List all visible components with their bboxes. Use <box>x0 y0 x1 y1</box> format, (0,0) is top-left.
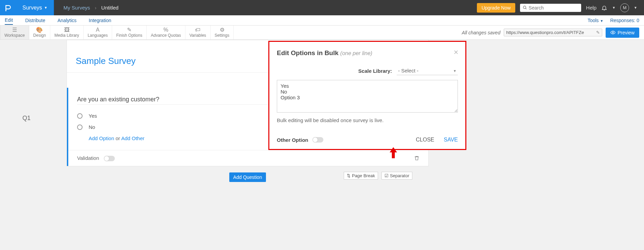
svg-point-2 <box>612 32 614 33</box>
survey-url-input[interactable] <box>506 30 595 35</box>
caret-down-icon: ▼ <box>600 19 603 23</box>
scale-library-label: Scale Library: <box>358 68 392 74</box>
separator-button[interactable]: ☑Separator <box>381 172 412 180</box>
breadcrumb-current: Untitled <box>101 5 119 11</box>
add-option-link[interactable]: Add Option <box>89 135 114 141</box>
option-label: No <box>89 124 95 130</box>
caret-down-icon: ▼ <box>44 6 48 10</box>
breadcrumb: My Surveys › Untitled <box>54 5 119 11</box>
tool-design[interactable]: 🎨 Design <box>29 26 50 39</box>
survey-url-box: ✎ <box>504 29 602 36</box>
tool-settings[interactable]: ⚙ Settings <box>211 26 234 39</box>
validation-toggle[interactable] <box>104 156 115 161</box>
wand-icon: ✎ <box>127 27 131 33</box>
saved-status: All changes saved <box>462 30 501 35</box>
bell-icon[interactable] <box>601 5 607 11</box>
radio-icon[interactable] <box>77 113 83 119</box>
tool-workspace[interactable]: ☰ Workspace <box>0 26 29 39</box>
question-number-label: Q1 <box>22 115 31 122</box>
bulk-edit-modal: Edit Options in Bulk (one per line) ✕ Sc… <box>268 41 466 150</box>
checkbox-icon: ☑ <box>384 173 389 178</box>
modal-title: Edit Options in Bulk (one per line) <box>277 49 372 56</box>
breadcrumb-separator: › <box>95 5 96 11</box>
tab-integration[interactable]: Integration <box>89 16 111 24</box>
radio-icon[interactable] <box>77 124 83 130</box>
quota-icon: % <box>163 27 168 33</box>
tab-distribute[interactable]: Distribute <box>25 16 45 24</box>
surveys-dropdown[interactable]: Surveys ▼ <box>16 0 54 15</box>
modal-close-button[interactable]: CLOSE <box>416 137 434 143</box>
sub-nav: Edit Distribute Analytics Integration To… <box>0 15 644 26</box>
add-other-link[interactable]: Add Other <box>121 135 144 141</box>
eye-icon <box>610 30 615 35</box>
search-icon <box>523 5 527 10</box>
tool-media[interactable]: 🖼 Media Library <box>50 26 84 39</box>
pencil-icon[interactable]: ✎ <box>596 30 600 35</box>
avatar[interactable]: M <box>620 3 629 12</box>
tab-analytics[interactable]: Analytics <box>57 16 76 24</box>
svg-line-1 <box>525 8 526 9</box>
top-header: Surveys ▼ My Surveys › Untitled Upgrade … <box>0 0 644 15</box>
toolbar-row: ☰ Workspace 🎨 Design 🖼 Media Library A L… <box>0 26 644 40</box>
upgrade-button[interactable]: Upgrade Now <box>477 3 516 13</box>
close-icon[interactable]: ✕ <box>453 49 459 56</box>
surveys-label: Surveys <box>22 5 42 11</box>
svg-point-0 <box>523 6 526 9</box>
arrow-up-icon <box>389 147 398 159</box>
validation-label: Validation <box>77 155 99 161</box>
notif-caret-icon[interactable]: ▼ <box>612 6 615 10</box>
workspace-icon: ☰ <box>12 27 17 33</box>
bulk-disable-message: Bulk editing will be disabled once surve… <box>277 117 458 123</box>
page-break-icon: ⇅ <box>347 173 351 178</box>
other-option-toggle[interactable] <box>312 137 323 143</box>
other-option-label: Other Option <box>277 137 308 143</box>
caret-down-icon: ▼ <box>453 69 457 73</box>
tools-dropdown[interactable]: Tools ▼ <box>588 18 603 23</box>
help-link[interactable]: Help <box>586 5 596 11</box>
option-label: Yes <box>89 113 97 119</box>
tool-languages[interactable]: A Languages <box>84 26 112 39</box>
gear-icon: ⚙ <box>220 27 225 33</box>
breadcrumb-my-surveys[interactable]: My Surveys <box>64 5 90 11</box>
search-box[interactable] <box>520 4 581 12</box>
tool-variables[interactable]: 🏷 Variables <box>185 26 211 39</box>
tab-edit[interactable]: Edit <box>5 16 13 25</box>
preview-button[interactable]: Preview <box>606 28 639 38</box>
palette-icon: 🎨 <box>36 27 43 33</box>
app-logo[interactable] <box>0 0 16 15</box>
or-text: or <box>114 135 121 141</box>
trash-icon[interactable] <box>414 155 419 161</box>
tool-quotas[interactable]: % Advance Quotas <box>147 26 185 39</box>
modal-save-button[interactable]: SAVE <box>444 137 458 143</box>
responses-link[interactable]: Responses: 0 <box>610 18 639 23</box>
tag-icon: 🏷 <box>195 27 200 33</box>
page-break-button[interactable]: ⇅Page Break <box>344 172 378 180</box>
add-question-button-bottom[interactable]: Add Question <box>229 172 266 182</box>
scale-library-select[interactable]: - Select - ▼ <box>397 66 458 75</box>
bulk-options-textarea[interactable] <box>277 80 458 113</box>
image-icon: 🖼 <box>64 27 70 33</box>
avatar-caret-icon[interactable]: ▼ <box>634 6 637 10</box>
search-input[interactable] <box>529 5 578 11</box>
language-icon: A <box>96 27 100 33</box>
tool-finish[interactable]: ✎ Finish Options <box>112 26 147 39</box>
